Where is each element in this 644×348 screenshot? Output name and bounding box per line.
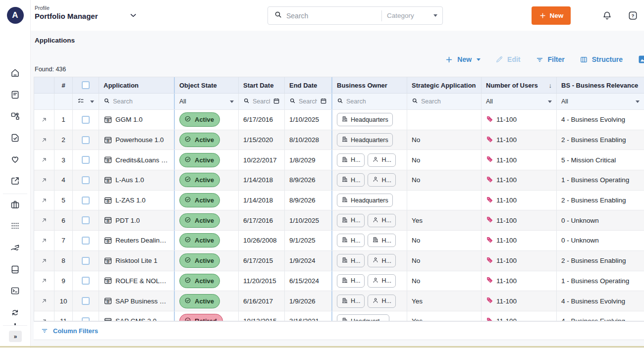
row-checkbox[interactable] — [72, 271, 99, 291]
calendar-icon[interactable] — [273, 98, 280, 106]
header-strategic-application[interactable]: Strategic Application — [407, 77, 481, 93]
org-unit-chip[interactable]: H... — [337, 274, 365, 288]
search-input[interactable] — [286, 12, 381, 20]
object-state-filter[interactable]: All — [174, 94, 238, 109]
toolbar-new-button[interactable]: New — [445, 55, 481, 64]
bell-icon[interactable] — [602, 10, 612, 23]
sidebar-item-note[interactable] — [0, 85, 30, 107]
column-filters-bar[interactable]: Column Filters — [34, 321, 644, 340]
row-checkbox[interactable] — [72, 210, 99, 230]
org-unit-chip[interactable]: H... — [337, 214, 365, 227]
sidebar-item-terminal[interactable] — [0, 281, 30, 303]
user-chip[interactable]: H... — [368, 153, 395, 167]
header-start-date[interactable]: Start Date — [238, 77, 284, 93]
open-fact-sheet-arrow[interactable] — [34, 231, 54, 250]
application-cell[interactable]: ACredits&Loans B... — [99, 150, 174, 170]
org-unit-chip[interactable]: Headquarters — [337, 194, 393, 207]
application-cell[interactable]: ARisktool Lite 1 — [99, 251, 174, 271]
application-cell[interactable]: APowerhouse 1.0 — [99, 130, 174, 150]
profile-selector[interactable]: Profile Portfolio Manager — [35, 5, 98, 20]
org-unit-chip[interactable]: H... — [368, 234, 395, 247]
org-unit-chip[interactable]: H... — [337, 295, 365, 308]
toolbar-filter-button[interactable]: Filter — [536, 55, 565, 64]
open-fact-sheet-arrow[interactable] — [34, 311, 54, 321]
open-fact-sheet-arrow[interactable] — [34, 271, 54, 291]
sidebar-item-grid-dots[interactable] — [0, 217, 30, 239]
application-cell[interactable]: AL-Aus 1.0 — [99, 170, 174, 190]
open-fact-sheet-arrow[interactable] — [34, 251, 54, 271]
open-fact-sheet-arrow[interactable] — [34, 210, 54, 230]
org-unit-chip[interactable]: H... — [337, 254, 365, 267]
sidebar-item-heart[interactable] — [0, 149, 30, 171]
org-unit-chip[interactable]: H... — [337, 153, 365, 167]
application-cell[interactable]: ASAP Business Pa... — [99, 291, 174, 311]
select-all-checkbox[interactable] — [72, 77, 99, 93]
row-checkbox[interactable] — [72, 251, 99, 271]
end-date-filter-input[interactable] — [299, 98, 317, 105]
open-fact-sheet-arrow[interactable] — [34, 170, 54, 190]
header-business-owner[interactable]: Business Owner — [331, 77, 407, 93]
org-unit-chip[interactable]: H... — [337, 234, 365, 247]
category-dropdown[interactable]: Category — [382, 12, 442, 19]
header-end-date[interactable]: End Date — [284, 77, 331, 93]
row-checkbox[interactable] — [72, 231, 99, 250]
selection-filter[interactable] — [72, 94, 99, 109]
org-unit-chip[interactable]: Headquarters — [337, 133, 393, 147]
open-fact-sheet-arrow[interactable] — [34, 191, 54, 210]
chevron-down-icon[interactable] — [129, 11, 138, 22]
users-filter[interactable]: All — [481, 94, 556, 109]
business-owner-filter[interactable] — [331, 94, 407, 109]
row-checkbox[interactable] — [72, 311, 99, 321]
start-date-filter[interactable] — [238, 94, 284, 109]
toolbar-structure-button[interactable]: Structure — [580, 55, 623, 64]
application-cell[interactable]: AROLFE & NOLAN... — [99, 271, 174, 291]
header-business-relevance[interactable]: BS - Business Relevance — [556, 77, 644, 93]
strategic-filter[interactable] — [407, 94, 481, 109]
open-fact-sheet-arrow[interactable] — [34, 110, 54, 130]
sidebar-expand-button[interactable]: » — [9, 331, 22, 342]
help-icon[interactable]: ? — [628, 10, 638, 23]
sidebar-item-home[interactable] — [0, 63, 30, 85]
sidebar-item-sync[interactable] — [0, 303, 30, 325]
sidebar-item-share[interactable] — [0, 171, 30, 193]
sidebar-item-book[interactable] — [0, 260, 30, 282]
open-fact-sheet-arrow[interactable] — [34, 150, 54, 170]
export-image-button[interactable] — [638, 54, 644, 64]
header-object-state[interactable]: Object State — [174, 77, 238, 93]
application-cell[interactable]: AGGM 1.0 — [99, 110, 174, 130]
start-date-filter-input[interactable] — [253, 98, 270, 105]
user-chip[interactable]: H... — [368, 214, 395, 227]
application-cell[interactable]: ASAP CMS 2.0 — [99, 311, 174, 321]
calendar-icon[interactable] — [320, 98, 327, 106]
open-fact-sheet-arrow[interactable] — [34, 291, 54, 311]
new-button[interactable]: New — [532, 6, 571, 25]
row-checkbox[interactable] — [72, 130, 99, 150]
user-chip[interactable]: H... — [368, 274, 395, 288]
app-logo[interactable]: A — [7, 7, 24, 24]
sidebar-item-briefcase[interactable] — [0, 195, 30, 217]
header-application[interactable]: Application — [99, 77, 174, 93]
application-filter-input[interactable] — [113, 98, 169, 105]
org-unit-chip[interactable]: Headquart... — [337, 314, 389, 321]
row-checkbox[interactable] — [72, 110, 99, 130]
application-filter[interactable] — [99, 94, 174, 109]
sidebar-item-survey[interactable] — [0, 128, 30, 150]
header-number-of-users[interactable]: Number of Users ↓ — [481, 77, 556, 93]
toolbar-edit-button[interactable]: Edit — [495, 55, 520, 63]
row-checkbox[interactable] — [72, 170, 99, 190]
relevance-filter[interactable]: All — [556, 94, 644, 109]
end-date-filter[interactable] — [284, 94, 331, 109]
org-unit-chip[interactable]: H... — [337, 173, 365, 187]
org-unit-chip[interactable]: Headquarters — [337, 113, 393, 126]
business-owner-filter-input[interactable] — [346, 98, 402, 105]
strategic-filter-input[interactable] — [421, 98, 477, 105]
user-chip[interactable]: H... — [368, 173, 395, 187]
user-chip[interactable]: H... — [368, 254, 395, 267]
application-cell[interactable]: AL-ZAS 1.0 — [99, 191, 174, 210]
row-checkbox[interactable] — [72, 150, 99, 170]
open-fact-sheet-arrow[interactable] — [34, 130, 54, 150]
sidebar-item-diagram[interactable] — [0, 106, 30, 128]
application-cell[interactable]: APDT 1.0 — [99, 210, 174, 230]
sidebar-item-hand[interactable] — [0, 238, 30, 260]
user-chip[interactable]: H... — [368, 295, 395, 308]
